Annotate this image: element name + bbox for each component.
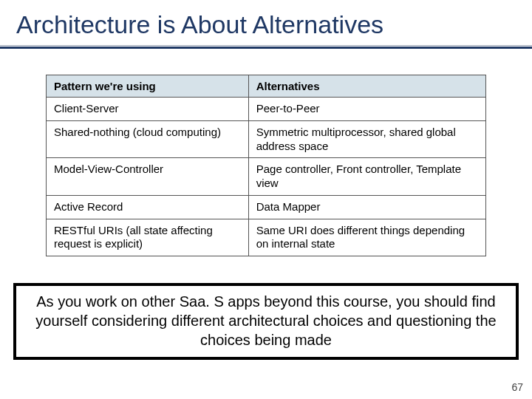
- table-row: Model-View-Controller Page controller, F…: [47, 158, 486, 196]
- cell-pattern: Active Record: [47, 195, 249, 219]
- callout-box: As you work on other Saa. S apps beyond …: [13, 283, 519, 360]
- cell-pattern: Shared-nothing (cloud computing): [47, 120, 249, 158]
- table-row: RESTful URIs (all state affecting reques…: [47, 219, 486, 256]
- title-underline: [0, 45, 532, 50]
- cell-pattern: RESTful URIs (all state affecting reques…: [47, 219, 249, 256]
- table-row: Active Record Data Mapper: [47, 195, 486, 219]
- table-row: Client-Server Peer-to-Peer: [47, 98, 486, 121]
- cell-pattern: Client-Server: [47, 98, 249, 121]
- alternatives-table: Pattern we're using Alternatives Client-…: [46, 75, 486, 256]
- table-header-pattern: Pattern we're using: [47, 75, 249, 98]
- table-row: Shared-nothing (cloud computing) Symmetr…: [47, 120, 486, 158]
- cell-pattern: Model-View-Controller: [47, 158, 249, 196]
- table-header-alternatives: Alternatives: [248, 75, 485, 98]
- cell-alternative: Same URI does different things depending…: [248, 219, 485, 256]
- alternatives-table-container: Pattern we're using Alternatives Client-…: [46, 75, 486, 256]
- cell-alternative: Page controller, Front controller, Templ…: [248, 158, 485, 196]
- cell-alternative: Symmetric multiprocessor, shared global …: [248, 120, 485, 158]
- cell-alternative: Data Mapper: [248, 195, 485, 219]
- slide-title: Architecture is About Alternatives: [0, 0, 532, 44]
- page-number: 67: [511, 381, 523, 393]
- cell-alternative: Peer-to-Peer: [248, 98, 485, 121]
